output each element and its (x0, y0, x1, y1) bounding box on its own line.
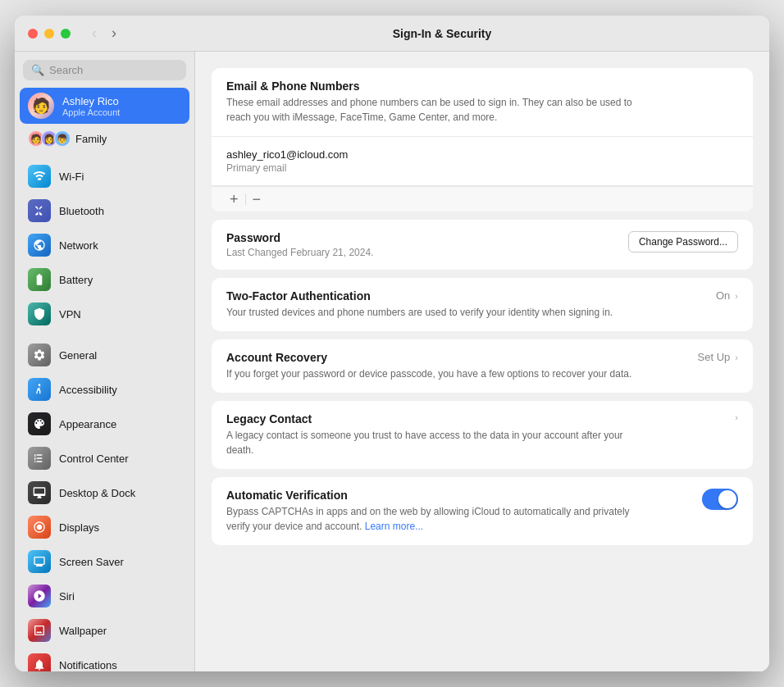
control-center-icon (28, 447, 51, 470)
email-type-label: Primary email (226, 162, 738, 174)
account-recovery-title: Account Recovery (226, 351, 631, 364)
sidebar-item-bluetooth[interactable]: Bluetooth (20, 194, 189, 227)
family-avatar-3: 👦 (54, 130, 71, 147)
search-icon: 🔍 (31, 64, 44, 76)
password-card: Password Last Changed February 21, 2024.… (212, 220, 753, 270)
vpn-label: VPN (59, 308, 81, 321)
sidebar-item-battery[interactable]: Battery (20, 263, 189, 296)
sidebar-item-appearance[interactable]: Appearance (20, 407, 189, 440)
add-remove-row: + − (212, 186, 753, 212)
family-label: Family (75, 133, 107, 145)
add-email-button[interactable]: + (223, 192, 245, 207)
sidebar-item-screen-saver[interactable]: Screen Saver (20, 545, 189, 578)
auto-verify-toggle[interactable] (702, 489, 738, 510)
legacy-contact-header: Legacy Contact A legacy contact is someo… (226, 412, 738, 457)
appearance-label: Appearance (59, 418, 116, 430)
password-changed-date: Last Changed February 21, 2024. (226, 247, 373, 258)
siri-label: Siri (59, 590, 75, 603)
search-bar[interactable]: 🔍 (23, 60, 186, 80)
email-header-row: Email & Phone Numbers These email addres… (212, 68, 753, 137)
sidebar-item-desktop-dock[interactable]: Desktop & Dock (20, 476, 189, 509)
minimize-button[interactable] (44, 29, 54, 39)
nav-arrows: ‹ › (87, 23, 121, 43)
account-recovery-info: Account Recovery If you forget your pass… (226, 351, 631, 381)
sidebar-item-wifi[interactable]: Wi-Fi (20, 160, 189, 193)
settings-window: ‹ › Sign-In & Security 🔍 🧑 Ashley Rico A… (15, 16, 769, 671)
account-recovery-right: Set Up › (698, 351, 738, 363)
sidebar-item-network[interactable]: Network (20, 229, 189, 262)
main-content: 🔍 🧑 Ashley Rico Apple Account 🧑 👩 👦 Fami (15, 52, 769, 671)
sidebar-item-family[interactable]: 🧑 👩 👦 Family (20, 125, 189, 152)
auto-verify-desc: Bypass CAPTCHAs in apps and on the web b… (226, 504, 653, 534)
sidebar-item-notifications[interactable]: Notifications (20, 648, 189, 671)
legacy-contact-info: Legacy Contact A legacy contact is someo… (226, 412, 653, 457)
auto-verify-learn-more-link[interactable]: Learn more... (365, 521, 423, 532)
forward-button[interactable]: › (107, 23, 121, 43)
wallpaper-icon (28, 619, 51, 642)
appearance-icon (28, 412, 51, 435)
account-recovery-card: Account Recovery If you forget your pass… (212, 339, 753, 393)
sidebar: 🔍 🧑 Ashley Rico Apple Account 🧑 👩 👦 Fami (15, 52, 195, 671)
displays-icon (28, 516, 51, 539)
legacy-contact-right: › (735, 412, 738, 422)
sidebar-item-control-center[interactable]: Control Center (20, 442, 189, 475)
search-input[interactable] (49, 64, 187, 76)
desktop-dock-label: Desktop & Dock (59, 487, 135, 499)
2fa-row[interactable]: Two-Factor Authentication Your trusted d… (212, 278, 753, 331)
titlebar: ‹ › Sign-In & Security (15, 16, 769, 52)
displays-label: Displays (59, 521, 99, 534)
bluetooth-label: Bluetooth (59, 205, 104, 217)
account-recovery-header: Account Recovery If you forget your pass… (226, 351, 738, 381)
battery-icon (28, 268, 51, 291)
family-avatars: 🧑 👩 👦 (28, 130, 67, 147)
change-password-button[interactable]: Change Password... (628, 231, 738, 253)
account-recovery-row[interactable]: Account Recovery If you forget your pass… (212, 339, 753, 393)
maximize-button[interactable] (61, 29, 71, 39)
bluetooth-icon (28, 199, 51, 222)
2fa-right: On › (716, 289, 738, 302)
notifications-icon (28, 653, 51, 671)
account-recovery-status: Set Up (698, 351, 731, 363)
siri-icon (28, 585, 51, 607)
auto-verify-title: Automatic Verification (226, 489, 692, 502)
auto-verify-info: Automatic Verification Bypass CAPTCHAs i… (226, 489, 702, 534)
battery-label: Battery (59, 274, 93, 286)
wifi-label: Wi-Fi (59, 171, 84, 183)
screen-saver-icon (28, 550, 51, 573)
screen-saver-label: Screen Saver (59, 556, 124, 568)
auto-verify-header: Automatic Verification Bypass CAPTCHAs i… (226, 489, 738, 534)
2fa-status: On (716, 289, 730, 302)
sidebar-item-apple-account[interactable]: 🧑 Ashley Rico Apple Account (20, 88, 189, 124)
email-phone-desc: These email addresses and phone numbers … (226, 95, 653, 125)
main-panel: Email & Phone Numbers These email addres… (195, 52, 769, 671)
sidebar-item-wallpaper[interactable]: Wallpaper (20, 614, 189, 647)
legacy-contact-title: Legacy Contact (226, 412, 653, 425)
email-phone-card: Email & Phone Numbers These email addres… (212, 68, 753, 212)
user-name: Ashley Rico (62, 95, 120, 107)
sidebar-item-siri[interactable]: Siri (20, 580, 189, 612)
email-value-row: ashley_rico1@icloud.com Primary email (212, 137, 753, 186)
auto-verify-row: Automatic Verification Bypass CAPTCHAs i… (212, 477, 753, 545)
sidebar-item-displays[interactable]: Displays (20, 511, 189, 544)
general-icon (28, 344, 51, 366)
remove-email-button[interactable]: − (246, 192, 268, 207)
2fa-header: Two-Factor Authentication Your trusted d… (226, 289, 738, 320)
account-recovery-chevron-icon: › (735, 353, 738, 362)
toggle-knob (718, 490, 736, 508)
vpn-icon (28, 303, 51, 325)
avatar: 🧑 (28, 93, 54, 119)
desktop-dock-icon (28, 481, 51, 504)
network-icon (28, 234, 51, 257)
general-label: General (59, 349, 97, 362)
legacy-contact-row[interactable]: Legacy Contact A legacy contact is someo… (212, 401, 753, 469)
2fa-desc: Your trusted devices and phone numbers a… (226, 305, 613, 320)
back-button[interactable]: ‹ (87, 23, 102, 43)
primary-email: ashley_rico1@icloud.com (226, 148, 738, 161)
sidebar-item-accessibility[interactable]: Accessibility (20, 373, 189, 406)
svg-point-0 (39, 384, 41, 386)
sidebar-item-general[interactable]: General (20, 339, 189, 371)
sidebar-item-vpn[interactable]: VPN (20, 298, 189, 330)
close-button[interactable] (28, 29, 38, 39)
password-row: Password Last Changed February 21, 2024.… (212, 220, 753, 270)
wallpaper-label: Wallpaper (59, 625, 107, 637)
